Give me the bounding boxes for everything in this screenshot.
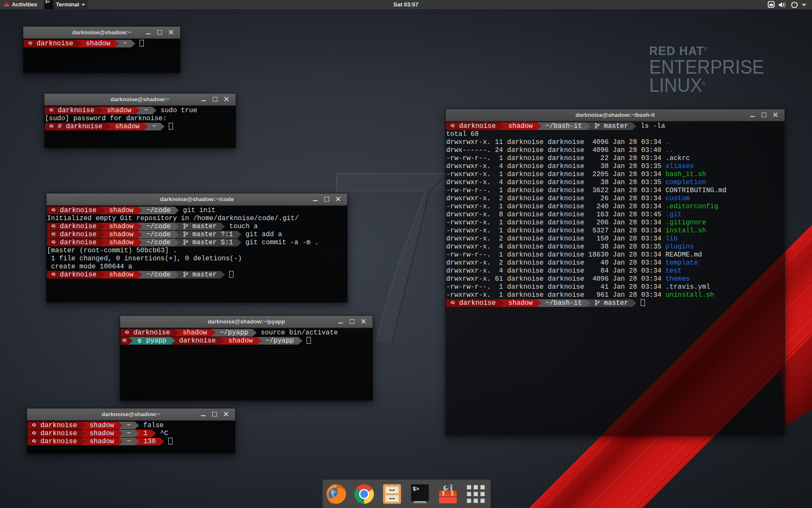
svg-text:$>: $> — [413, 486, 419, 492]
